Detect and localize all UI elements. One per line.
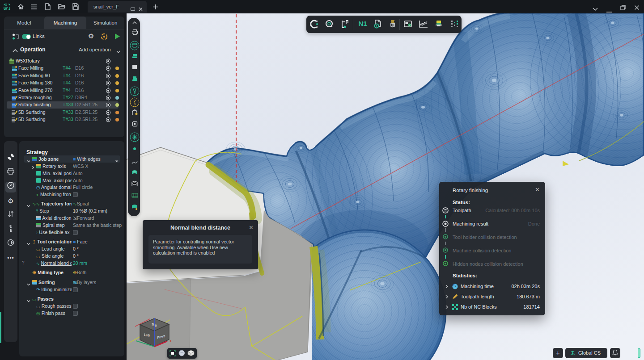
svg-text:x: x bbox=[169, 339, 172, 343]
